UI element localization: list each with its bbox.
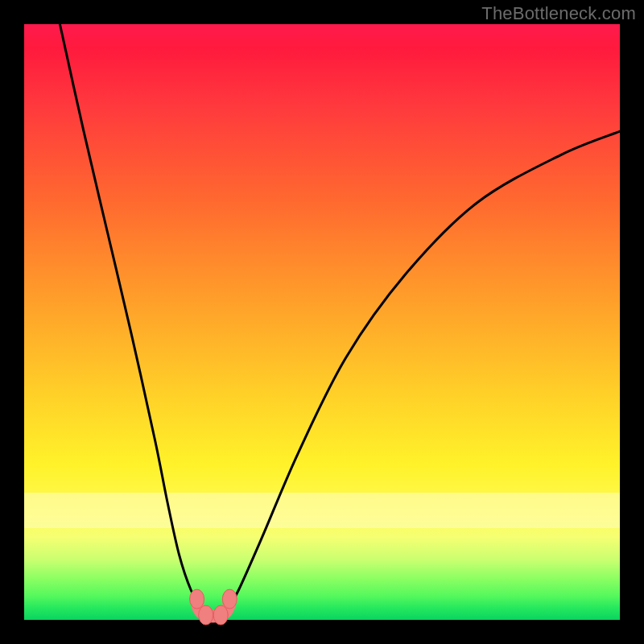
left-marker-icon xyxy=(190,589,204,609)
minimum-left-icon xyxy=(199,605,213,625)
chart-frame: TheBottleneck.com xyxy=(0,0,644,644)
watermark-text: TheBottleneck.com xyxy=(481,3,636,24)
chart-svg xyxy=(24,24,620,620)
minimum-right-icon xyxy=(213,605,228,625)
bottleneck-curve xyxy=(60,24,620,618)
right-marker-icon xyxy=(222,589,237,609)
